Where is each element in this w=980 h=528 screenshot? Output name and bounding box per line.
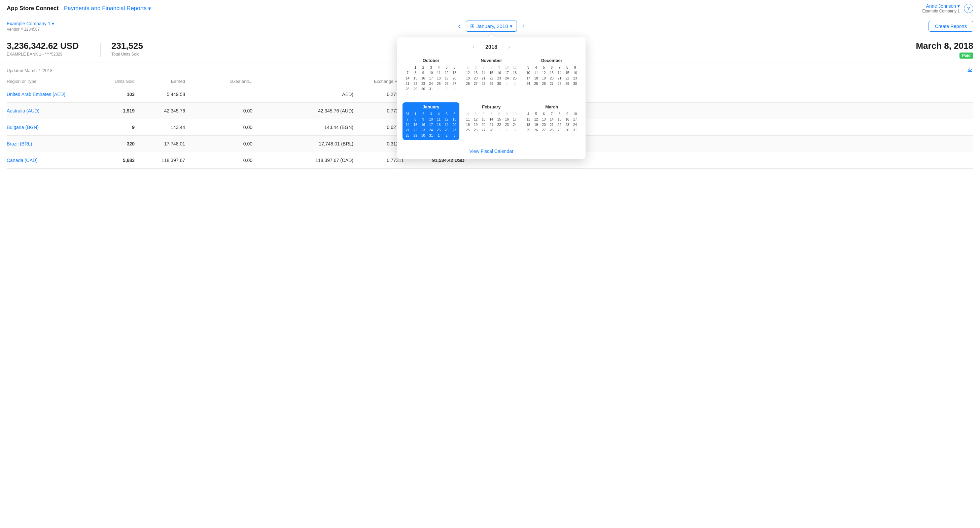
cal-day[interactable]: 10 [571,112,579,116]
cal-day[interactable]: 17 [427,122,435,127]
cal-day[interactable]: 28 [555,81,563,86]
cal-day[interactable]: 24 [427,128,435,133]
region-link[interactable]: Bulgaria (BGN) [7,124,94,130]
cal-day[interactable]: 12 [540,70,547,75]
cal-day[interactable]: 24 [511,122,518,127]
cal-day[interactable]: 16 [495,70,503,75]
cal-day[interactable]: 8 [555,112,563,116]
cal-day[interactable]: 29 [488,81,495,86]
cal-day[interactable]: 5 [540,65,547,70]
cal-day[interactable]: 27 [480,128,487,133]
cal-day[interactable]: 13 [540,117,547,122]
cal-day[interactable]: 19 [443,76,450,81]
cal-day[interactable]: 26 [464,81,471,86]
cal-day[interactable]: 14 [548,117,555,122]
cal-day[interactable]: 29 [412,86,419,92]
cal-day[interactable]: 30 [419,86,427,92]
region-link[interactable]: United Arab Emirates (AED) [7,92,94,97]
cal-day[interactable]: 20 [480,122,487,127]
cal-day[interactable]: 13 [450,117,458,122]
cal-day[interactable]: 27 [548,81,555,86]
cal-day[interactable]: 7 [404,117,411,122]
cal-day[interactable]: 20 [450,76,458,81]
help-button[interactable]: ? [964,4,973,13]
cal-day[interactable]: 14 [555,70,563,75]
cal-day[interactable]: 4 [435,65,442,70]
cal-day[interactable]: 28 [404,86,411,92]
user-name[interactable]: Anne Johnson ▾ [923,3,960,9]
cal-day[interactable]: 27 [472,81,480,86]
cal-day[interactable]: 7 [404,70,411,75]
cal-day[interactable]: 21 [548,122,555,127]
cal-day[interactable]: 7 [555,65,563,70]
cal-day[interactable]: 23 [419,81,427,86]
cal-day[interactable]: 11 [464,117,471,122]
cal-day[interactable]: 28 [488,128,495,133]
cal-day[interactable]: 17 [571,117,579,122]
cal-day[interactable]: 15 [412,76,419,81]
cal-day[interactable]: 10 [427,70,435,75]
download-icon[interactable] [967,66,973,75]
cal-day[interactable]: 31 [571,128,579,133]
cal-day[interactable]: 27 [540,128,547,133]
cal-day[interactable]: 31 [427,133,435,138]
cal-day[interactable]: 26 [532,128,540,133]
cal-day[interactable]: 20 [450,122,458,127]
cal-day[interactable]: 9 [419,117,427,122]
cal-day[interactable]: 16 [503,117,511,122]
cal-day[interactable]: 29 [412,133,419,138]
cal-day[interactable]: 20 [472,76,480,81]
cal-day[interactable]: 16 [571,70,579,75]
cal-day[interactable]: 19 [532,122,540,127]
cal-day[interactable]: 10 [525,70,532,75]
cal-day[interactable]: 28 [404,133,411,138]
cal-day[interactable]: 26 [472,128,480,133]
cal-day[interactable]: 3 [427,65,435,70]
cal-day[interactable]: 10 [427,117,435,122]
cal-day[interactable]: 13 [472,70,480,75]
cal-day[interactable]: 14 [488,117,495,122]
cal-day[interactable]: 2 [419,112,427,116]
cal-day[interactable]: 13 [548,70,555,75]
cal-day[interactable]: 1 [412,112,419,116]
next-month-button[interactable]: › [520,21,527,31]
cal-day[interactable]: 28 [480,81,487,86]
company-selector[interactable]: Example Company 1 ▾ [7,21,54,26]
cal-day[interactable]: 23 [564,122,571,127]
cal-day[interactable]: 8 [412,70,419,75]
cal-day[interactable]: 14 [404,76,411,81]
cal-day[interactable]: 18 [525,122,532,127]
prev-month-button[interactable]: ‹ [456,21,463,31]
cal-day[interactable]: 6 [548,65,555,70]
cal-day[interactable]: 22 [412,128,419,133]
cal-day[interactable]: 20 [540,122,547,127]
cal-day[interactable]: 19 [472,122,480,127]
cal-day[interactable]: 30 [419,133,427,138]
cal-day[interactable]: 23 [419,128,427,133]
cal-day[interactable]: 17 [427,76,435,81]
cal-day[interactable]: 3 [427,112,435,116]
cal-day[interactable]: 14 [480,70,487,75]
cal-day[interactable]: 12 [464,70,471,75]
cal-day[interactable]: 26 [443,128,450,133]
cal-day[interactable]: 21 [555,76,563,81]
cal-day[interactable]: 6 [540,112,547,116]
cal-day[interactable]: 25 [532,81,540,86]
cal-day[interactable]: 15 [412,122,419,127]
cal-day[interactable]: 22 [495,122,503,127]
cal-day[interactable]: 30 [495,81,503,86]
cal-day[interactable]: 14 [404,122,411,127]
cal-day[interactable]: 11 [435,117,442,122]
cal-day[interactable]: 22 [488,76,495,81]
cal-day[interactable]: 12 [443,70,450,75]
cal-day[interactable]: 30 [564,128,571,133]
cal-day[interactable]: 20 [548,76,555,81]
cal-day[interactable]: 19 [464,76,471,81]
cal-day[interactable]: 6 [450,65,458,70]
cal-day[interactable]: 9 [571,65,579,70]
cal-day[interactable]: 24 [427,81,435,86]
cal-day[interactable]: 22 [564,76,571,81]
cal-day[interactable]: 15 [564,70,571,75]
cal-day[interactable]: 17 [525,76,532,81]
cal-day[interactable]: 24 [503,76,511,81]
